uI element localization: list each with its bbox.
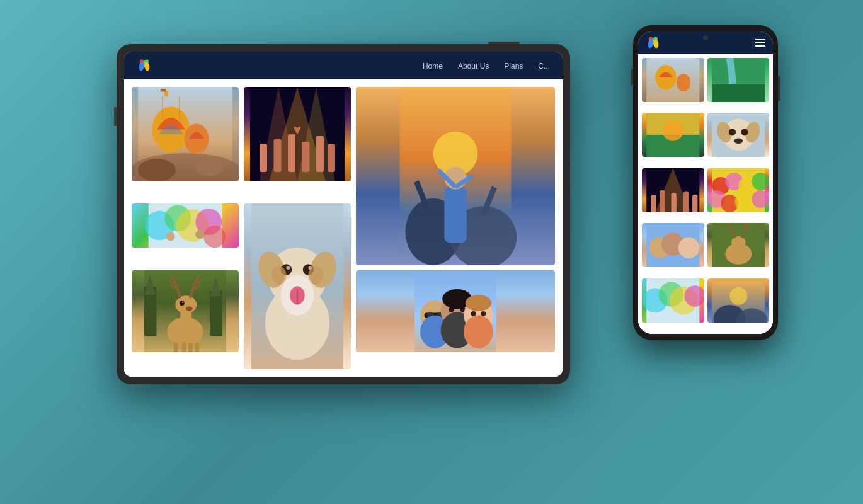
tablet-navbar: Home About Us Plans C... (124, 52, 563, 79)
phone-navbar (638, 32, 773, 54)
svg-point-123 (752, 190, 769, 208)
svg-point-105 (728, 129, 735, 136)
phone-photo-field (642, 113, 704, 157)
svg-point-127 (678, 238, 700, 259)
nav-home[interactable]: Home (423, 60, 443, 71)
phone-power-button (778, 76, 780, 101)
svg-rect-70 (188, 342, 193, 352)
svg-rect-110 (651, 195, 656, 212)
svg-rect-68 (174, 342, 178, 352)
svg-point-39 (203, 226, 226, 248)
svg-rect-111 (660, 190, 665, 212)
tablet-power-button (488, 42, 520, 44)
phone-tulips-image (707, 168, 770, 212)
phone-photo-tulips (707, 168, 770, 212)
svg-point-84 (466, 295, 492, 311)
tablet-screen: Home About Us Plans C... (124, 52, 563, 377)
svg-rect-18 (260, 144, 267, 172)
phone-photo-deer (707, 223, 770, 267)
phone-field-image (642, 113, 704, 157)
svg-rect-96 (712, 58, 765, 84)
phone-waterfall-image (707, 58, 770, 102)
svg-point-54 (309, 266, 323, 285)
nav-links: Home About Us Plans C... (423, 60, 550, 71)
svg-rect-30 (444, 187, 466, 243)
svg-point-130 (731, 236, 745, 249)
svg-point-137 (729, 287, 747, 305)
phone-crowd-image (707, 278, 770, 323)
svg-point-106 (741, 129, 748, 136)
nav-plans[interactable]: Plans (504, 60, 523, 71)
tablet-device: Home About Us Plans C... (117, 44, 570, 384)
photo-crowd-sunset (356, 87, 555, 265)
phone-dog-image (707, 113, 770, 157)
svg-rect-20 (288, 134, 295, 172)
svg-point-94 (677, 74, 690, 91)
svg-point-7 (195, 158, 223, 177)
phone-balloon-image (642, 58, 704, 102)
svg-rect-22 (316, 136, 324, 172)
phone-photo-waterfall (707, 58, 770, 102)
svg-rect-114 (692, 195, 697, 212)
phone-photo-concert (642, 168, 704, 212)
balloon-image (132, 87, 239, 181)
svg-point-49 (286, 266, 290, 270)
svg-point-80 (449, 307, 454, 312)
svg-rect-71 (195, 342, 200, 352)
concert-image (244, 87, 351, 181)
svg-point-65 (180, 301, 185, 306)
photo-concert (244, 87, 351, 181)
svg-rect-10 (161, 89, 166, 92)
phone-screen (638, 32, 773, 334)
photo-balloon (132, 87, 239, 181)
photo-friends (356, 270, 555, 352)
logo (137, 58, 152, 73)
phone-photo-dog (707, 113, 770, 157)
phone-holi-image (642, 278, 704, 323)
phone-volume-button (631, 69, 633, 85)
svg-point-41 (195, 230, 204, 239)
svg-point-107 (734, 139, 743, 144)
dog-image (244, 203, 351, 369)
crowd-sunset-image (356, 87, 555, 265)
phone-photo-balloon (642, 58, 704, 102)
svg-point-64 (175, 295, 197, 314)
svg-rect-23 (328, 144, 335, 172)
logo-icon (137, 58, 152, 73)
svg-rect-97 (712, 84, 765, 102)
hamburger-menu[interactable] (755, 39, 765, 47)
phone-device (633, 25, 778, 340)
photo-dog (244, 203, 351, 369)
svg-point-6 (138, 159, 176, 181)
svg-point-66 (182, 301, 184, 303)
phone-concert-image (642, 168, 704, 212)
svg-point-40 (166, 232, 175, 241)
phone-photo-holi (642, 278, 704, 323)
friends-image (356, 270, 555, 352)
phone-friends-image (642, 223, 704, 267)
svg-point-67 (186, 306, 192, 311)
svg-point-85 (471, 311, 476, 316)
photo-holi (132, 203, 239, 248)
svg-rect-69 (182, 342, 186, 352)
svg-rect-60 (210, 290, 222, 336)
phone-deer-image (707, 223, 770, 267)
svg-point-119 (752, 173, 769, 190)
svg-point-100 (662, 120, 683, 142)
tablet-gallery (124, 79, 563, 377)
svg-point-53 (271, 266, 286, 285)
phone-logo-icon (646, 35, 661, 50)
svg-point-86 (481, 311, 486, 316)
svg-rect-19 (274, 139, 282, 173)
tablet-volume-button (114, 107, 117, 126)
nav-contact[interactable]: C... (538, 60, 550, 71)
svg-rect-112 (671, 193, 676, 212)
deer-image (132, 270, 239, 352)
svg-rect-21 (302, 142, 310, 172)
phone-photo-crowd (707, 278, 770, 323)
phone-gallery (638, 54, 773, 334)
phone-photo-friends (642, 223, 704, 267)
scene: Home About Us Plans C... (85, 25, 778, 479)
nav-about[interactable]: About Us (458, 60, 489, 71)
holi-image (132, 203, 239, 248)
